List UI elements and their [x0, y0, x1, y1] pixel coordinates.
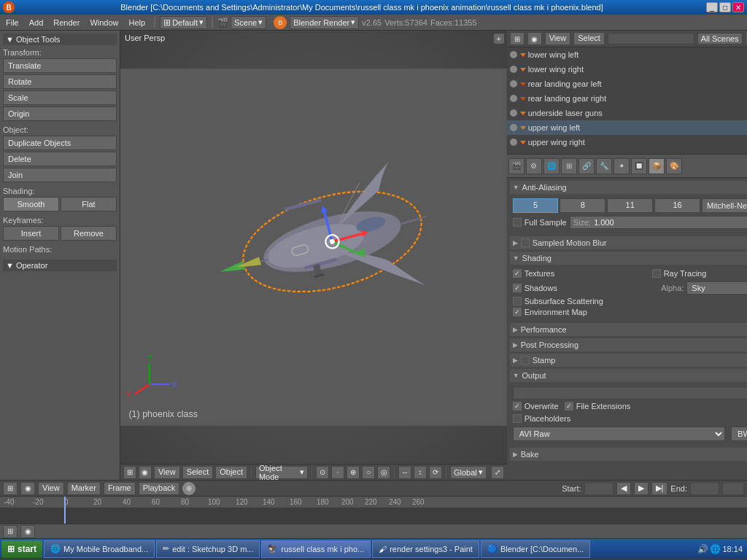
menu-file[interactable]: File — [1, 17, 23, 28]
task-paint[interactable]: 🖌 render settings3 - Paint — [372, 540, 479, 558]
menu-render[interactable]: Render — [49, 17, 84, 28]
outliner-icon2[interactable]: ◉ — [527, 32, 542, 45]
timeline-frame[interactable]: Frame — [104, 482, 136, 495]
outliner-view[interactable]: View — [545, 32, 571, 45]
timeline-body[interactable]: -40 -20 0 20 40 60 80 100 120 140 160 18… — [0, 497, 747, 524]
start-input[interactable]: 1 — [584, 482, 614, 495]
alpha-dropdown[interactable]: Sky — [686, 281, 747, 295]
placeholders-checkbox[interactable] — [513, 414, 522, 423]
snap-icon[interactable]: ⊕ — [347, 466, 360, 479]
task-blender[interactable]: 🔵 Blender [C:\Documen... — [481, 540, 590, 558]
scale-button[interactable]: Scale — [3, 90, 117, 105]
props-tab-modifiers[interactable]: 🔧 — [596, 158, 612, 174]
size-slider[interactable]: Size: 1.000 — [570, 216, 747, 229]
current-frame-input[interactable]: 1 — [722, 482, 744, 495]
output-path-input[interactable]: /tmp\ — [513, 386, 747, 400]
prop-btn2[interactable]: ◎ — [377, 466, 390, 479]
timeline-icon[interactable]: ⊞ — [3, 482, 18, 495]
object-menu[interactable]: Object — [215, 466, 247, 479]
close-button[interactable]: ✕ — [732, 2, 744, 12]
aa-8-btn[interactable]: 8 — [560, 198, 605, 213]
timeline-marker[interactable]: Marker — [67, 482, 101, 495]
delete-button[interactable]: Delete — [3, 152, 117, 166]
props-tab-physics[interactable]: 🔲 — [631, 158, 647, 174]
format-dropdown[interactable]: AVI Raw — [513, 427, 725, 441]
props-tab-world[interactable]: 🌐 — [543, 158, 560, 174]
view-menu[interactable]: View — [154, 466, 180, 479]
bottom-icon2[interactable]: ◉ — [20, 525, 35, 538]
blender-viewport[interactable]: User Persp + — [120, 31, 507, 464]
translate-button[interactable]: Translate — [3, 58, 117, 73]
prop-btn[interactable]: ○ — [362, 466, 375, 479]
stamp-checkbox[interactable] — [521, 356, 530, 365]
select-menu[interactable]: Select — [182, 466, 214, 479]
outliner-select[interactable]: Select — [573, 32, 605, 45]
task-russell[interactable]: 🦅 russell class mk i pho... — [261, 540, 371, 558]
end-input[interactable]: 250 — [690, 482, 719, 495]
scene-dropdown[interactable]: Scene ▾ — [231, 16, 266, 29]
mode-dropdown[interactable]: Object Mode ▾ — [255, 466, 308, 479]
aa-filter-dropdown[interactable]: Mitchell-Netravali — [702, 198, 747, 213]
insert-button[interactable]: Insert — [3, 226, 59, 241]
layout-dropdown[interactable]: ⊞ Default ▾ — [160, 16, 207, 29]
task-broadband[interactable]: 🌐 My Mobile Broadband... — [44, 540, 155, 558]
rotate-button[interactable]: Rotate — [3, 74, 117, 89]
props-tab-object[interactable]: ⊞ — [561, 158, 577, 174]
smb-section-header[interactable]: ▶ Sampled Motion Blur — [510, 236, 747, 249]
file-ext-checkbox[interactable]: ✓ — [565, 402, 573, 411]
smooth-button[interactable]: Smooth — [3, 197, 59, 211]
textures-checkbox[interactable]: ✓ — [513, 269, 522, 278]
outliner-item-6[interactable]: upper wing right | 👁 📷 ✏ — [507, 135, 747, 149]
prev-frame-btn[interactable]: ◀ — [616, 482, 631, 495]
outliner-item-3[interactable]: rear landing gear right | 👁 📷 ✏ — [507, 91, 747, 106]
smb-checkbox[interactable] — [521, 238, 530, 247]
shading-section-header[interactable]: ▼ Shading — [510, 252, 747, 265]
join-button[interactable]: Join — [3, 168, 117, 182]
overwrite-checkbox[interactable]: ✓ — [513, 402, 522, 411]
bake-section-header[interactable]: ▶ Bake — [510, 448, 747, 461]
scene-select[interactable]: All Scenes — [697, 33, 743, 44]
props-tab-scene[interactable]: ⚙ — [526, 158, 542, 174]
menu-window[interactable]: Window — [85, 17, 123, 28]
shadows-checkbox[interactable]: ✓ — [513, 284, 522, 292]
ray-tracing-checkbox[interactable] — [652, 269, 661, 278]
snap-btn[interactable]: · — [331, 466, 344, 479]
performance-section-header[interactable]: ▶ Performance — [510, 323, 747, 336]
play-btn[interactable]: ▶ — [634, 482, 649, 495]
bw-button[interactable]: BW — [731, 427, 747, 441]
outliner-icon[interactable]: ⊞ — [510, 32, 525, 45]
subsurface-checkbox[interactable] — [513, 297, 522, 306]
viewport-icon-btn-1[interactable]: ⊞ — [123, 466, 136, 479]
stamp-section-header[interactable]: ▶ Stamp — [510, 354, 747, 367]
maximize-button[interactable]: □ — [719, 2, 731, 12]
outliner-item-4[interactable]: underside laser guns | 👁 📷 ✏ — [507, 106, 747, 120]
menu-help[interactable]: Help — [125, 17, 150, 28]
duplicate-button[interactable]: Duplicate Objects — [3, 136, 117, 150]
minimize-button[interactable]: _ — [706, 2, 718, 12]
aa-11-btn[interactable]: 11 — [607, 198, 653, 213]
props-tab-material[interactable]: 📦 — [649, 158, 665, 174]
xform-btn1[interactable]: ↔ — [398, 466, 411, 479]
props-tab-texture[interactable]: 🎨 — [666, 158, 682, 174]
props-tab-particles[interactable]: ✦ — [614, 158, 630, 174]
outliner-item-2[interactable]: rear landing gear left | 👁 📷 ✏ — [507, 77, 747, 91]
bottom-icon[interactable]: ⊞ — [3, 525, 18, 538]
props-tab-render[interactable]: 🎬 — [508, 158, 525, 174]
envmap-checkbox[interactable]: ✓ — [513, 308, 522, 316]
flat-button[interactable]: Flat — [61, 197, 117, 211]
timeline-playhead[interactable] — [64, 497, 66, 524]
aa-section-header[interactable]: ▼ Anti-Aliasing — [510, 181, 747, 194]
global-dropdown[interactable]: Global ▾ — [450, 466, 487, 479]
task-sketchup[interactable]: ✏ edit : Sketchup 3D m... — [156, 540, 260, 558]
origin-button[interactable]: Origin — [3, 106, 117, 121]
pivot-btn[interactable]: ⊙ — [316, 466, 329, 479]
timeline-sync[interactable]: ⊕ — [182, 482, 196, 495]
xform-btn2[interactable]: ↕ — [414, 466, 427, 479]
outliner-item-5[interactable]: upper wing left | 👁 📷 ✏ — [507, 120, 747, 135]
start-button[interactable]: ⊞ start — [1, 540, 42, 558]
aa-16-btn[interactable]: 16 — [654, 198, 700, 213]
props-tab-constraints[interactable]: 🔗 — [578, 158, 595, 174]
outliner-item-1[interactable]: lower wing right | 👁 📷 ✏ — [507, 62, 747, 77]
remove-button[interactable]: Remove — [61, 226, 117, 241]
viewport-icon-btn-2[interactable]: ◉ — [139, 466, 152, 479]
